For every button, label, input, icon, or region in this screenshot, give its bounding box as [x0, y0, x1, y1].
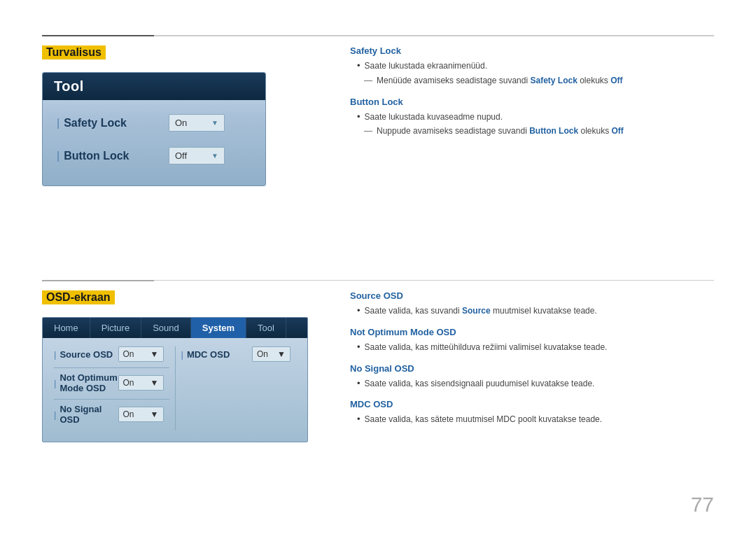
button-lock-select[interactable]: Off ▼	[169, 147, 225, 164]
button-lock-row: Button Lock Off ▼	[57, 147, 251, 164]
osd-divider-1	[54, 367, 169, 368]
button-lock-info-title: Button Lock	[350, 97, 714, 107]
tab-sound[interactable]: Sound	[141, 318, 191, 338]
no-signal-value: On	[123, 409, 134, 419]
mdc-osd-bullet: Saate valida, kas sätete muutmisel MDC p…	[357, 414, 714, 426]
source-osd-value: On	[123, 349, 134, 359]
no-signal-arrow-icon: ▼	[150, 409, 159, 419]
not-optimum-select[interactable]: On ▼	[118, 375, 164, 391]
button-lock-label: Button Lock	[57, 150, 169, 162]
source-osd-info-text: Saate valida, kas suvandi Source muutmis…	[365, 305, 597, 317]
source-osd-arrow-icon: ▼	[150, 349, 159, 359]
no-signal-row: No Signal OSD On ▼	[54, 404, 169, 425]
no-signal-label: No Signal OSD	[54, 404, 118, 425]
osd-body: Source OSD On ▼ Not Optimum Mode OSD	[43, 338, 307, 442]
safety-lock-bullet-1: Saate lukustada ekraanimenüüd.	[357, 60, 714, 72]
no-signal-info-text: Saate valida, kas sisendsignaali puudumi…	[365, 378, 595, 390]
top-divider-accent	[42, 35, 154, 36]
not-optimum-row: Not Optimum Mode OSD On ▼	[54, 372, 169, 393]
mdc-osd-select[interactable]: On ▼	[252, 346, 290, 362]
button-lock-value: Off	[175, 150, 187, 161]
safety-lock-select[interactable]: On ▼	[169, 114, 225, 132]
tool-panel-header: Tool	[43, 73, 265, 100]
mdc-osd-info-text: Saate valida, kas sätete muutmisel MDC p…	[365, 414, 603, 426]
tab-home[interactable]: Home	[43, 318, 90, 338]
button-lock-bullet-1: Saate lukustada kuvaseadme nupud.	[357, 111, 714, 123]
tool-panel-body: Safety Lock On ▼ Button Lock Off ▼	[43, 100, 265, 185]
osd-vertical-divider	[175, 346, 176, 430]
tab-system[interactable]: System	[191, 318, 246, 338]
source-osd-row: Source OSD On ▼	[54, 346, 169, 362]
safety-lock-label: Safety Lock	[57, 117, 169, 129]
button-lock-arrow-icon: ▼	[211, 152, 218, 160]
not-optimum-info-title: Not Optimum Mode OSD	[350, 327, 714, 337]
safety-lock-row: Safety Lock On ▼	[57, 114, 251, 132]
safety-lock-value: On	[175, 118, 187, 128]
mdc-osd-info-title: MDC OSD	[350, 399, 714, 409]
source-osd-info-title: Source OSD	[350, 290, 714, 301]
not-optimum-bullet: Saate valida, kas mitteühilduva režiimi …	[357, 342, 714, 353]
safety-lock-arrow-icon: ▼	[211, 119, 218, 127]
source-osd-bullet: Saate valida, kas suvandi Source muutmis…	[357, 305, 714, 317]
osd-right-rows: MDC OSD On ▼	[181, 346, 297, 430]
button-lock-text-1: Saate lukustada kuvaseadme nupud.	[365, 111, 503, 123]
no-signal-select[interactable]: On ▼	[118, 407, 164, 422]
mid-divider-accent	[42, 280, 154, 281]
turvalisus-title: Turvalisus	[42, 45, 106, 59]
safety-lock-text-1: Saate lukustada ekraanimenüüd.	[365, 60, 487, 72]
no-signal-info-title: No Signal OSD	[350, 363, 714, 374]
no-signal-bullet: Saate valida, kas sisendsignaali puudumi…	[357, 378, 714, 390]
not-optimum-label: Not Optimum Mode OSD	[54, 372, 118, 393]
tab-picture[interactable]: Picture	[90, 318, 141, 338]
not-optimum-value: On	[123, 378, 134, 388]
button-lock-sub-1: Nuppude avamiseks seadistage suvandi But…	[364, 125, 714, 137]
osd-panel: Home Picture Sound System Tool Source OS…	[42, 317, 308, 442]
osd-tabs: Home Picture Sound System Tool	[43, 318, 307, 338]
tool-panel: Tool Safety Lock On ▼ Button Lock	[42, 72, 266, 186]
not-optimum-info-text: Saate valida, kas mitteühilduva režiimi …	[365, 342, 608, 353]
page-container: Turvalisus Tool Safety Lock On ▼	[0, 0, 756, 534]
button-lock-sub-text: Nuppude avamiseks seadistage suvandi But…	[377, 125, 624, 137]
page-number: 77	[691, 493, 714, 517]
bottom-left-column: OSD-ekraan Home Picture Sound System Too…	[42, 290, 336, 442]
mdc-osd-value: On	[257, 349, 268, 359]
mdc-osd-label: MDC OSD	[181, 349, 253, 360]
safety-lock-sub-text: Menüüde avamiseks seadistage suvandi Saf…	[377, 75, 623, 87]
top-right-column: Safety Lock Saate lukustada ekraanimenüü…	[350, 45, 714, 140]
top-left-column: Turvalisus Tool Safety Lock On ▼	[42, 45, 315, 186]
safety-lock-sub-1: Menüüde avamiseks seadistage suvandi Saf…	[364, 75, 714, 87]
tab-tool[interactable]: Tool	[246, 318, 286, 338]
not-optimum-arrow-icon: ▼	[150, 378, 159, 388]
osd-left-rows: Source OSD On ▼ Not Optimum Mode OSD	[54, 346, 169, 430]
safety-lock-info-title: Safety Lock	[350, 45, 714, 56]
mdc-osd-row: MDC OSD On ▼	[181, 346, 297, 362]
osd-divider-2	[54, 399, 169, 400]
bottom-right-column: Source OSD Saate valida, kas suvandi Sou…	[350, 290, 714, 428]
osd-ekraan-title: OSD-ekraan	[42, 290, 115, 304]
source-osd-label: Source OSD	[54, 349, 118, 360]
mdc-osd-arrow-icon: ▼	[277, 349, 286, 359]
source-osd-select[interactable]: On ▼	[118, 346, 164, 362]
